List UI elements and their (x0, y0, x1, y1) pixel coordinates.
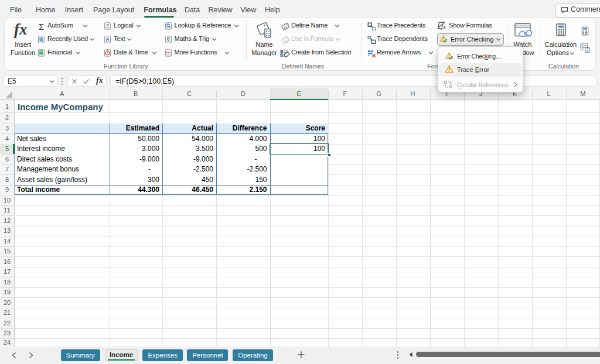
svg-text:fx: fx (441, 23, 446, 30)
svg-text:?: ? (106, 23, 109, 29)
svg-text:θ: θ (167, 36, 170, 42)
svg-text:A: A (105, 36, 109, 42)
svg-text:fx: fx (286, 39, 289, 44)
